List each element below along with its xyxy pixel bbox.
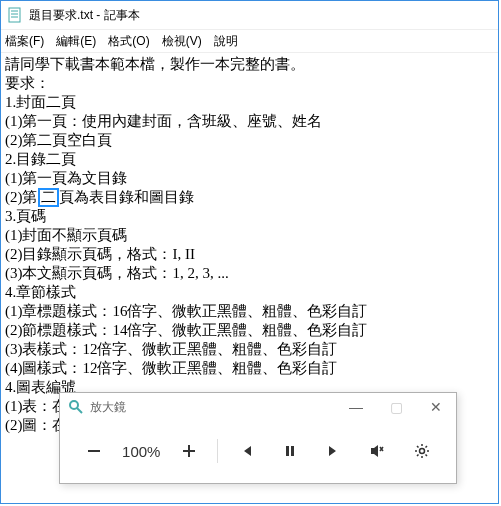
line: 3.頁碼 [5, 207, 494, 226]
menu-file[interactable]: 檔案(F) [5, 33, 44, 50]
magnifier-title: 放大鏡 [90, 399, 126, 416]
cursor-highlight: 二 [38, 188, 59, 207]
svg-rect-0 [9, 8, 20, 22]
minimize-button[interactable]: — [336, 393, 376, 421]
zoom-out-button[interactable] [78, 435, 110, 467]
line: (2)節標題樣式：14倍字、微軟正黑體、粗體、色彩自訂 [5, 321, 494, 340]
line: 2.目錄二頁 [5, 150, 494, 169]
magnifier-title-bar[interactable]: 放大鏡 — ▢ ✕ [60, 393, 456, 421]
text-area[interactable]: 請同學下載書本範本檔，製作一本完整的書。 要求： 1.封面二頁 (1)第一頁：使… [1, 53, 498, 437]
magnifier-window[interactable]: 放大鏡 — ▢ ✕ 100% [59, 392, 457, 484]
line: (2)目錄顯示頁碼，格式：I, II [5, 245, 494, 264]
menu-bar: 檔案(F) 編輯(E) 格式(O) 檢視(V) 說明 [1, 30, 498, 53]
zoom-level: 100% [122, 443, 160, 460]
separator [217, 439, 218, 463]
zoom-in-button[interactable] [173, 435, 205, 467]
line: (3)本文顯示頁碼，格式：1, 2, 3, ... [5, 264, 494, 283]
notepad-icon [7, 7, 23, 23]
prev-button[interactable] [230, 435, 262, 467]
menu-view[interactable]: 檢視(V) [162, 33, 202, 50]
pause-button[interactable] [274, 435, 306, 467]
magnifier-toolbar: 100% [60, 421, 456, 481]
close-button[interactable]: ✕ [416, 393, 456, 421]
window-title: 題目要求.txt - 記事本 [29, 7, 140, 24]
line: (2)第二頁空白頁 [5, 131, 494, 150]
magnifier-icon [68, 399, 84, 415]
line: (3)表樣式：12倍字、微軟正黑體、粗體、色彩自訂 [5, 340, 494, 359]
svg-point-1 [70, 401, 78, 409]
line: (1)第一頁：使用內建封面，含班級、座號、姓名 [5, 112, 494, 131]
line: (1)第一頁為文目錄 [5, 169, 494, 188]
line: 請同學下載書本範本檔，製作一本完整的書。 [5, 55, 494, 74]
speaker-icon[interactable] [362, 435, 394, 467]
line: (1)章標題樣式：16倍字、微軟正黑體、粗體、色彩自訂 [5, 302, 494, 321]
title-bar[interactable]: 題目要求.txt - 記事本 [1, 1, 498, 30]
line: 4.章節樣式 [5, 283, 494, 302]
line: (1)封面不顯示頁碼 [5, 226, 494, 245]
window-controls: — ▢ ✕ [336, 393, 456, 421]
settings-button[interactable] [406, 435, 438, 467]
line: (4)圖樣式：12倍字、微軟正黑體、粗體、色彩自訂 [5, 359, 494, 378]
menu-edit[interactable]: 編輯(E) [56, 33, 96, 50]
line: 要求： [5, 74, 494, 93]
maximize-button[interactable]: ▢ [376, 393, 416, 421]
next-button[interactable] [318, 435, 350, 467]
menu-help[interactable]: 說明 [214, 33, 238, 50]
line: 1.封面二頁 [5, 93, 494, 112]
line: (2)第二頁為表目錄和圖目錄 [5, 188, 494, 207]
menu-format[interactable]: 格式(O) [108, 33, 149, 50]
svg-point-2 [419, 449, 424, 454]
